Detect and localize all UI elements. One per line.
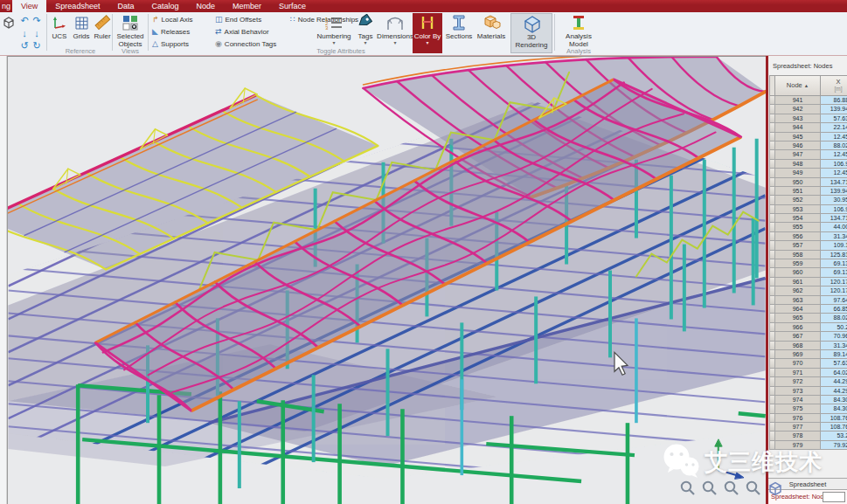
node-x-cell[interactable]: 79.921 [821,441,847,450]
row-selector[interactable] [769,187,775,196]
row-selector[interactable] [769,287,775,295]
node-id-cell[interactable]: 955 [775,223,821,231]
node-x-cell[interactable]: 134.715 [821,178,847,187]
node-x-cell[interactable]: 139.944 [821,187,847,196]
node-x-cell[interactable]: 53.26 [821,432,847,440]
node-x-cell[interactable]: 106.92 [821,160,847,169]
row-selector[interactable] [769,241,775,250]
node-x-cell[interactable]: 30.956 [821,196,847,204]
row-selector[interactable] [769,142,775,150]
node-id-cell[interactable]: 959 [775,259,821,268]
node-x-cell[interactable]: 97.641 [821,296,847,305]
view-rotate-buttons[interactable]: ↶↷ ↓↓ ↺↻ [18,14,45,52]
node-id-cell[interactable]: 964 [775,305,821,314]
row-selector[interactable] [769,377,775,386]
rotate-left-icon[interactable]: ↶ [18,14,31,27]
node-id-cell[interactable]: 952 [775,196,821,204]
node-id-cell[interactable]: 966 [775,323,821,332]
node-x-cell[interactable]: 125.814 [821,251,847,259]
supports-toggle[interactable]: △ Supports [152,38,189,50]
node-x-cell[interactable]: 44.004 [821,223,847,231]
node-id-cell[interactable]: 976 [775,414,821,423]
local-axis-toggle[interactable]: ↱ Local Axis [152,14,193,25]
row-selector[interactable] [769,150,775,159]
node-id-cell[interactable]: 969 [775,350,821,359]
node-id-cell[interactable]: 978 [775,432,821,440]
releases-toggle[interactable]: ◣ Releases [152,26,190,38]
node-x-cell[interactable]: 108.765 [821,423,847,432]
node-x-cell[interactable]: 44.296 [821,377,847,386]
node-x-cell[interactable]: 84.304 [821,396,847,404]
node-x-cell[interactable]: 86.882 [821,96,847,105]
row-selector[interactable] [769,359,775,368]
tags-dropdown-arrow[interactable]: ▾ [364,40,366,45]
node-id-cell[interactable]: 944 [775,123,821,132]
node-id-cell[interactable]: 943 [775,114,821,123]
node-x-cell[interactable]: 69.133 [821,268,847,277]
node-id-cell[interactable]: 950 [775,178,821,187]
node-x-cell[interactable]: 106.92 [821,205,847,214]
row-selector[interactable] [769,259,775,268]
node-x-cell[interactable]: 44.296 [821,387,847,396]
node-id-cell[interactable]: 953 [775,205,821,214]
node-id-cell[interactable]: 951 [775,187,821,196]
node-id-cell[interactable]: 956 [775,232,821,241]
tab-member[interactable]: Member [224,0,270,12]
node-x-cell[interactable]: 88.026 [821,314,847,322]
row-selector[interactable] [769,278,775,287]
node-x-cell[interactable]: 12.453 [821,150,847,159]
sections-button[interactable]: Sections [444,13,474,53]
node-id-cell[interactable]: 945 [775,133,821,142]
node-x-cell[interactable]: 12.453 [821,169,847,177]
row-selector[interactable] [769,332,775,341]
node-id-cell[interactable]: 973 [775,387,821,396]
node-x-cell[interactable]: 70.968 [821,332,847,341]
end-offsets-toggle[interactable]: ◫ End Offsets [215,14,261,25]
node-id-cell[interactable]: 968 [775,342,821,350]
node-id-cell[interactable]: 975 [775,404,821,413]
row-selector[interactable] [769,342,775,350]
node-x-cell[interactable]: 66.857 [821,305,847,314]
node-id-cell[interactable]: 972 [775,377,821,386]
row-selector[interactable] [769,123,775,132]
row-selector[interactable] [769,404,775,413]
row-selector[interactable] [769,205,775,214]
view-cube-icon[interactable] [2,15,16,32]
node-x-cell[interactable]: 64.029 [821,369,847,377]
node-x-cell[interactable]: 109.17 [821,241,847,250]
row-selector[interactable] [769,160,775,169]
materials-button[interactable]: Materials [474,13,509,53]
viewport-3d-model[interactable] [7,56,766,504]
node-id-cell[interactable]: 942 [775,105,821,114]
tab-clipped[interactable]: ng [0,0,12,12]
row-selector[interactable] [769,114,775,123]
node-x-cell[interactable]: 120.175 [821,287,847,295]
row-selector[interactable] [769,223,775,231]
node-x-cell[interactable]: 134.719 [821,214,847,223]
row-selector[interactable] [769,133,775,142]
row-selector[interactable] [769,314,775,322]
node-id-cell[interactable]: 965 [775,314,821,322]
node-x-cell[interactable]: 22.141 [821,123,847,132]
rotate-down-icon[interactable]: ↓ [18,27,31,40]
node-x-cell[interactable]: 31.346 [821,232,847,241]
tab-view[interactable]: View [12,0,46,12]
node-id-cell[interactable]: 948 [775,160,821,169]
node-id-cell[interactable]: 961 [775,278,821,287]
node-x-cell[interactable]: 57.632 [821,114,847,123]
node-id-cell[interactable]: 970 [775,359,821,368]
color-by-dropdown-arrow[interactable]: ▾ [426,40,428,45]
row-selector[interactable] [769,323,775,332]
spin-cw-icon[interactable]: ↻ [31,39,43,52]
node-x-cell[interactable]: 12.453 [821,133,847,142]
row-selector[interactable] [769,296,775,305]
row-selector[interactable] [769,214,775,223]
row-selector[interactable] [769,305,775,314]
row-selector[interactable] [769,178,775,187]
node-id-cell[interactable]: 979 [775,441,821,450]
row-selector[interactable] [769,105,775,114]
node-id-cell[interactable]: 974 [775,396,821,404]
row-selector[interactable] [769,396,775,404]
row-selector[interactable] [769,169,775,177]
rotate-right-icon[interactable]: ↷ [31,14,43,27]
